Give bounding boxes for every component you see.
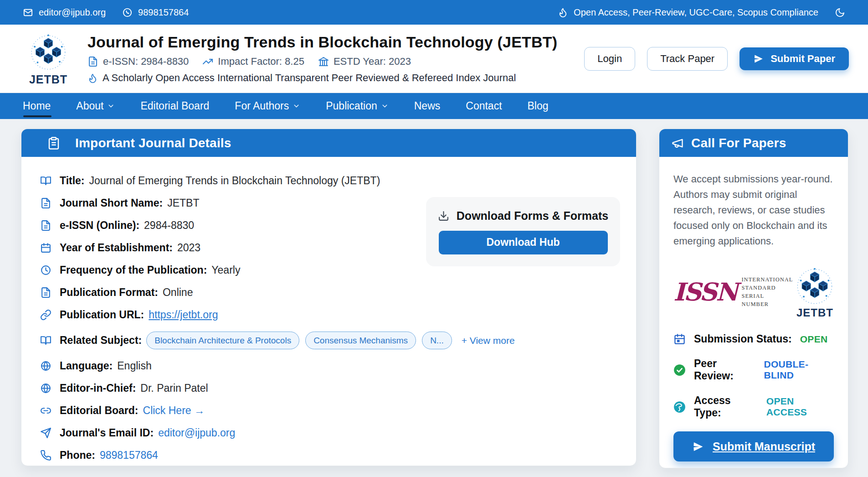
cfp-card-header: Call For Papers <box>659 129 848 157</box>
detail-label: Language: <box>60 360 113 372</box>
file-text-icon <box>40 287 51 298</box>
book-open-icon <box>40 335 51 346</box>
nav-item-contact[interactable]: Contact <box>466 100 502 112</box>
main-nav: HomeAboutEditorial BoardFor AuthorsPubli… <box>0 93 868 119</box>
status-row: Access Type:OPEN ACCESS <box>673 394 834 419</box>
submit-paper-button[interactable]: Submit Paper <box>740 47 849 70</box>
detail-value: Yearly <box>211 264 240 276</box>
megaphone-icon <box>671 137 684 150</box>
check-circle-icon <box>673 364 686 376</box>
detail-value-link[interactable]: 9898157864 <box>100 450 158 461</box>
chevron-down-icon <box>293 102 300 110</box>
detail-row: Language:English <box>40 360 618 372</box>
download-box-title-text: Download Forms & Formats <box>457 209 608 223</box>
email-link[interactable]: editor@ijpub.org <box>23 7 106 18</box>
detail-value-link[interactable]: Click Here → <box>143 405 205 416</box>
calendar-icon <box>40 242 51 254</box>
page-title: Journal of Emerging Trends in Blockchain… <box>87 33 584 51</box>
detail-row: Publication Format:Online <box>40 287 618 298</box>
nav-item-for-authors[interactable]: For Authors <box>235 100 300 112</box>
subject-chip[interactable]: N... <box>422 332 452 349</box>
send-icon <box>692 441 704 453</box>
jetbt-logo: JETBT <box>793 264 837 319</box>
cfp-card-title: Call For Papers <box>691 136 786 150</box>
download-hub-button[interactable]: Download Hub <box>439 231 608 254</box>
jetbt-logo-icon <box>793 264 837 308</box>
nav-menu: HomeAboutEditorial BoardFor AuthorsPubli… <box>23 100 549 112</box>
globe-icon <box>40 383 51 394</box>
journal-meta-text: Impact Factor: 8.25 <box>218 56 304 67</box>
submit-paper-label: Submit Paper <box>770 53 835 65</box>
detail-label: e-ISSN (Online): <box>60 220 139 231</box>
journal-meta-text: e-ISSN: 2984-8830 <box>103 56 189 67</box>
submit-manuscript-button[interactable]: Submit Manuscript <box>673 431 834 461</box>
jetbt-logo-icon <box>27 31 70 74</box>
clipboard-icon <box>47 136 61 150</box>
detail-value: 2023 <box>177 242 200 254</box>
globe-filled-icon <box>673 401 686 413</box>
nav-item-about[interactable]: About <box>76 100 115 112</box>
nav-item-editorial-board[interactable]: Editorial Board <box>140 100 209 112</box>
nav-item-news[interactable]: News <box>414 100 441 112</box>
download-icon <box>438 210 449 222</box>
journal-meta: e-ISSN: 2984-8830Impact Factor: 8.25ESTD… <box>87 56 584 67</box>
details-card-header: Important Journal Details <box>21 129 636 157</box>
status-label: Peer Review: <box>694 358 755 382</box>
detail-value-link[interactable]: https://jetbt.org <box>149 309 218 321</box>
tagline-text: A Scholarly Open Access International Tr… <box>103 72 516 84</box>
phone-link[interactable]: 9898157864 <box>122 7 189 18</box>
status-label: Submission Status: <box>694 333 792 345</box>
call-for-papers-card: Call For Papers We accept submissions ye… <box>659 129 848 468</box>
nav-item-label: Blog <box>528 100 549 112</box>
send-icon <box>753 53 764 64</box>
detail-label: Frequency of the Publication: <box>60 264 207 276</box>
nav-item-blog[interactable]: Blog <box>528 100 549 112</box>
subject-chip[interactable]: Consensus Mechanisms <box>305 332 416 349</box>
dark-mode-toggle[interactable] <box>835 7 845 18</box>
cfp-description: We accept submissions year-round. Author… <box>673 171 834 249</box>
detail-value: JETBT <box>167 197 199 209</box>
detail-label: Publication Format: <box>60 287 158 298</box>
detail-row: Related Subject:Blockchain Architecture … <box>40 332 618 349</box>
plane-icon <box>40 427 51 439</box>
trending-up-icon <box>202 56 213 67</box>
status-value: OPEN ACCESS <box>766 396 834 418</box>
detail-row: Editor-in-Chief:Dr. Parin Patel <box>40 383 618 394</box>
logo-text: JETBT <box>29 73 67 86</box>
subject-chip[interactable]: Blockchain Architecture & Protocols <box>146 332 299 349</box>
status-row: Peer Review:DOUBLE-BLIND <box>673 358 834 382</box>
track-paper-button[interactable]: Track Paper <box>647 47 728 71</box>
issn-logo: ISSN INTERNATIONAL STANDARD SERIAL NUMBE… <box>673 276 793 308</box>
calendar-badge-icon <box>673 333 686 345</box>
detail-value: Dr. Parin Patel <box>140 383 208 394</box>
chain-icon <box>40 309 51 321</box>
detail-value-link[interactable]: editor@ijpub.org <box>158 427 235 439</box>
status-value: OPEN <box>800 334 828 345</box>
whatsapp-icon <box>122 7 133 18</box>
nav-item-home[interactable]: Home <box>23 100 51 112</box>
nav-item-label: About <box>76 100 103 112</box>
journal-meta-text: ESTD Year: 2023 <box>334 56 411 67</box>
detail-label: Phone: <box>60 450 95 461</box>
view-more-link[interactable]: + View more <box>462 335 515 346</box>
jetbt-logo-text: JETBT <box>796 306 833 319</box>
nav-item-publication[interactable]: Publication <box>326 100 389 112</box>
site-logo[interactable]: JETBT <box>24 31 73 86</box>
file-text-icon <box>87 56 98 67</box>
detail-label: Year of Establishment: <box>60 242 173 254</box>
book-open-icon <box>40 175 51 187</box>
top-bar: editor@ijpub.org 9898157864 Open Access,… <box>0 0 868 25</box>
detail-row: Editorial Board:Click Here → <box>40 405 618 416</box>
detail-row: Journal's Email ID:editor@ijpub.org <box>40 427 618 439</box>
detail-row: Title:Journal of Emerging Trends in Bloc… <box>40 175 618 187</box>
journal-meta-item: e-ISSN: 2984-8830 <box>87 56 189 67</box>
detail-label: Journal's Email ID: <box>60 427 154 439</box>
file-text-icon <box>40 220 51 231</box>
login-button[interactable]: Login <box>584 47 635 71</box>
detail-value: English <box>117 360 151 372</box>
detail-label: Journal Short Name: <box>60 197 163 209</box>
site-header: JETBT Journal of Emerging Trends in Bloc… <box>0 25 868 93</box>
nav-item-label: For Authors <box>235 100 289 112</box>
detail-label: Editor-in-Chief: <box>60 383 136 394</box>
nav-item-label: Contact <box>466 100 502 112</box>
